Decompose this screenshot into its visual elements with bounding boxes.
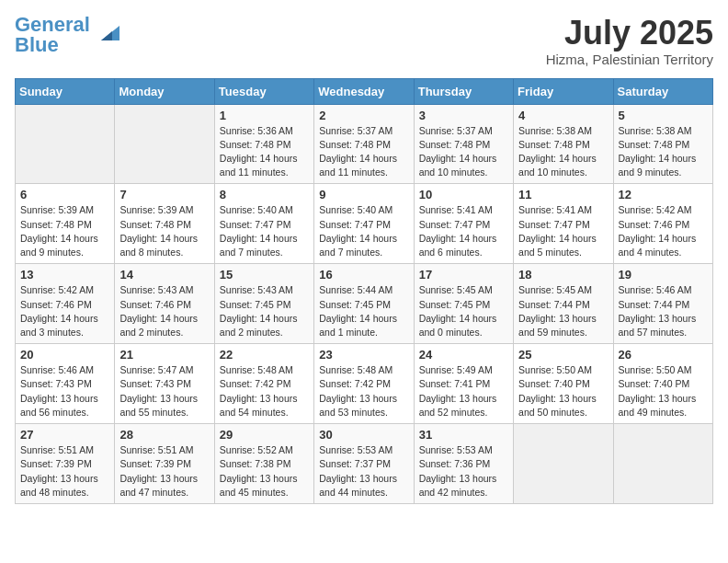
logo-icon [92,22,119,44]
day-info: Sunrise: 5:48 AMSunset: 7:42 PMDaylight:… [220,363,309,419]
day-info: Sunrise: 5:41 AMSunset: 7:47 PMDaylight:… [419,203,508,259]
day-number: 7 [119,188,209,201]
calendar-cell: 30Sunrise: 5:53 AMSunset: 7:37 PMDayligh… [314,424,414,504]
day-number: 5 [619,109,708,122]
page-header: General Blue July 2025 Hizma, Palestinia… [15,15,713,67]
day-info: Sunrise: 5:51 AMSunset: 7:39 PMDaylight:… [119,443,209,500]
day-number: 23 [319,348,408,362]
day-number: 1 [220,109,309,122]
day-number: 21 [119,348,209,362]
weekday-header-tuesday: Tuesday [214,78,313,104]
calendar-cell: 3Sunrise: 5:37 AMSunset: 7:48 PMDaylight… [414,104,513,184]
day-number: 20 [20,348,109,362]
weekday-header-monday: Monday [115,78,214,104]
weekday-header-friday: Friday [514,78,613,104]
calendar-cell: 16Sunrise: 5:44 AMSunset: 7:45 PMDayligh… [314,264,414,344]
calendar-table: SundayMondayTuesdayWednesdayThursdayFrid… [15,78,713,504]
day-number: 3 [419,109,508,122]
day-info: Sunrise: 5:53 AMSunset: 7:37 PMDaylight:… [319,443,408,500]
calendar-cell: 25Sunrise: 5:50 AMSunset: 7:40 PMDayligh… [514,344,613,424]
calendar-cell: 19Sunrise: 5:46 AMSunset: 7:44 PMDayligh… [613,264,712,344]
calendar-cell: 11Sunrise: 5:41 AMSunset: 7:47 PMDayligh… [514,184,613,264]
calendar-cell [514,424,613,504]
day-info: Sunrise: 5:42 AMSunset: 7:46 PMDaylight:… [20,283,109,339]
calendar-cell: 6Sunrise: 5:39 AMSunset: 7:48 PMDaylight… [16,184,115,264]
calendar-cell: 24Sunrise: 5:49 AMSunset: 7:41 PMDayligh… [414,344,513,424]
calendar-cell [613,424,712,504]
day-number: 10 [419,188,508,201]
day-info: Sunrise: 5:36 AMSunset: 7:48 PMDaylight:… [220,124,309,180]
calendar-cell: 17Sunrise: 5:45 AMSunset: 7:45 PMDayligh… [414,264,513,344]
calendar-week-3: 13Sunrise: 5:42 AMSunset: 7:46 PMDayligh… [16,264,713,344]
location-title: Hizma, Palestinian Territory [546,52,713,67]
weekday-header-thursday: Thursday [414,78,513,104]
day-info: Sunrise: 5:37 AMSunset: 7:48 PMDaylight:… [419,124,508,180]
day-info: Sunrise: 5:46 AMSunset: 7:43 PMDaylight:… [20,363,109,419]
day-info: Sunrise: 5:47 AMSunset: 7:43 PMDaylight:… [119,363,209,419]
calendar-cell: 31Sunrise: 5:53 AMSunset: 7:36 PMDayligh… [414,424,513,504]
calendar-cell: 13Sunrise: 5:42 AMSunset: 7:46 PMDayligh… [16,264,115,344]
calendar-cell: 29Sunrise: 5:52 AMSunset: 7:38 PMDayligh… [214,424,313,504]
day-number: 26 [619,348,708,362]
calendar-cell: 27Sunrise: 5:51 AMSunset: 7:39 PMDayligh… [16,424,115,504]
day-number: 18 [518,268,608,282]
day-info: Sunrise: 5:51 AMSunset: 7:39 PMDaylight:… [20,443,109,500]
calendar-cell: 18Sunrise: 5:45 AMSunset: 7:44 PMDayligh… [514,264,613,344]
day-info: Sunrise: 5:48 AMSunset: 7:42 PMDaylight:… [319,363,408,419]
day-number: 16 [319,268,408,282]
calendar-cell: 12Sunrise: 5:42 AMSunset: 7:46 PMDayligh… [613,184,712,264]
calendar-cell: 1Sunrise: 5:36 AMSunset: 7:48 PMDaylight… [214,104,313,184]
day-info: Sunrise: 5:40 AMSunset: 7:47 PMDaylight:… [319,203,408,259]
day-info: Sunrise: 5:40 AMSunset: 7:47 PMDaylight:… [220,203,309,259]
day-info: Sunrise: 5:50 AMSunset: 7:40 PMDaylight:… [619,363,708,419]
calendar-header: SundayMondayTuesdayWednesdayThursdayFrid… [16,78,713,104]
calendar-cell [115,104,214,184]
calendar-cell: 23Sunrise: 5:48 AMSunset: 7:42 PMDayligh… [314,344,414,424]
calendar-cell: 5Sunrise: 5:38 AMSunset: 7:48 PMDaylight… [613,104,712,184]
day-info: Sunrise: 5:37 AMSunset: 7:48 PMDaylight:… [319,124,408,180]
day-info: Sunrise: 5:49 AMSunset: 7:41 PMDaylight:… [419,363,508,419]
day-number: 13 [20,268,109,282]
day-number: 28 [119,428,209,442]
weekday-header-wednesday: Wednesday [314,78,414,104]
calendar-cell: 26Sunrise: 5:50 AMSunset: 7:40 PMDayligh… [613,344,712,424]
calendar-cell: 22Sunrise: 5:48 AMSunset: 7:42 PMDayligh… [214,344,313,424]
day-number: 19 [619,268,708,282]
day-info: Sunrise: 5:45 AMSunset: 7:44 PMDaylight:… [518,283,608,339]
day-info: Sunrise: 5:38 AMSunset: 7:48 PMDaylight:… [518,124,608,180]
calendar-week-4: 20Sunrise: 5:46 AMSunset: 7:43 PMDayligh… [16,344,713,424]
day-number: 29 [220,428,309,442]
calendar-week-2: 6Sunrise: 5:39 AMSunset: 7:48 PMDaylight… [16,184,713,264]
day-info: Sunrise: 5:45 AMSunset: 7:45 PMDaylight:… [419,283,508,339]
day-number: 9 [319,188,408,201]
calendar-cell [16,104,115,184]
day-number: 15 [220,268,309,282]
day-number: 30 [319,428,408,442]
day-number: 4 [518,109,608,122]
day-info: Sunrise: 5:42 AMSunset: 7:46 PMDaylight:… [619,203,708,259]
day-number: 12 [619,188,708,201]
day-number: 31 [419,428,508,442]
logo-text: General Blue [15,15,90,55]
svg-marker-1 [101,31,112,40]
day-number: 24 [419,348,508,362]
day-info: Sunrise: 5:46 AMSunset: 7:44 PMDaylight:… [619,283,708,339]
day-number: 2 [319,109,408,122]
calendar-cell: 14Sunrise: 5:43 AMSunset: 7:46 PMDayligh… [115,264,214,344]
weekday-header-saturday: Saturday [613,78,712,104]
day-info: Sunrise: 5:43 AMSunset: 7:46 PMDaylight:… [119,283,209,339]
day-info: Sunrise: 5:52 AMSunset: 7:38 PMDaylight:… [220,443,309,500]
day-info: Sunrise: 5:41 AMSunset: 7:47 PMDaylight:… [518,203,608,259]
day-info: Sunrise: 5:39 AMSunset: 7:48 PMDaylight:… [119,203,209,259]
title-block: July 2025 Hizma, Palestinian Territory [546,15,713,67]
calendar-cell: 2Sunrise: 5:37 AMSunset: 7:48 PMDaylight… [314,104,414,184]
day-number: 11 [518,188,608,201]
calendar-cell: 9Sunrise: 5:40 AMSunset: 7:47 PMDaylight… [314,184,414,264]
calendar-cell: 20Sunrise: 5:46 AMSunset: 7:43 PMDayligh… [16,344,115,424]
calendar-cell: 7Sunrise: 5:39 AMSunset: 7:48 PMDaylight… [115,184,214,264]
logo: General Blue [15,15,119,55]
day-number: 17 [419,268,508,282]
month-title: July 2025 [546,15,713,52]
day-info: Sunrise: 5:43 AMSunset: 7:45 PMDaylight:… [220,283,309,339]
day-number: 27 [20,428,109,442]
